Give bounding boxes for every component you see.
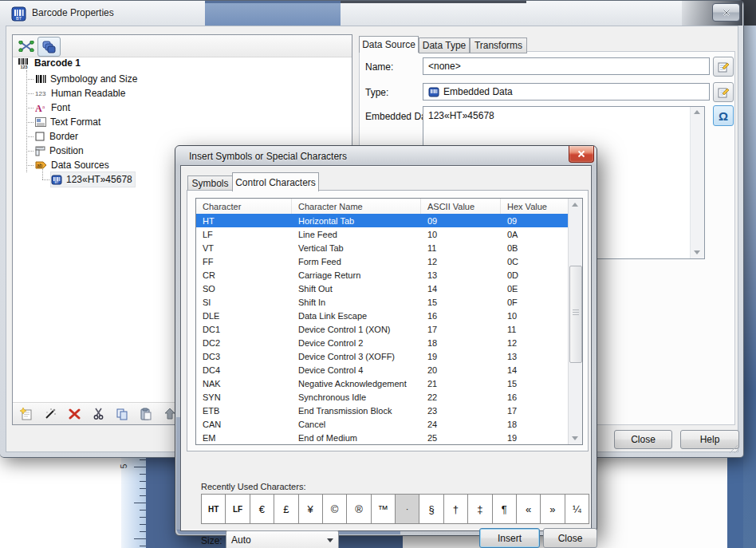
background-app-edge (743, 0, 756, 548)
name-properties-button[interactable] (713, 57, 734, 77)
human-readable-icon: 123 (35, 89, 47, 98)
insert-button[interactable]: Insert (479, 528, 540, 548)
recent-char-button[interactable]: « (516, 494, 541, 524)
scroll-down-icon[interactable] (692, 248, 702, 258)
scroll-up-icon[interactable] (692, 108, 702, 117)
copy-icon[interactable] (113, 406, 131, 422)
tree-item-data-sources[interactable]: ab Data Sources (35, 158, 109, 172)
embedded-data-value: 123«HT»45678 (428, 110, 494, 121)
table-row[interactable]: CANCancel2418 (196, 417, 569, 431)
cut-icon[interactable] (89, 406, 107, 422)
textarea-scrollbar[interactable] (690, 107, 704, 258)
recent-char-button[interactable]: € (250, 494, 274, 524)
recent-char-button[interactable]: HT (201, 494, 226, 524)
table-row[interactable]: DC1Device Control 1 (XON)1711 (196, 322, 569, 336)
dialog-close-button[interactable]: Close (543, 528, 597, 548)
tab-symbols[interactable]: Symbols (187, 175, 233, 191)
recent-char-button[interactable]: ¼ (565, 494, 589, 524)
table-row[interactable]: LFLine Feed100A (196, 227, 569, 241)
tree-item-border[interactable]: Border (35, 129, 78, 144)
linked-objects-icon[interactable] (17, 38, 36, 53)
recent-char-button[interactable]: ‡ (467, 494, 492, 524)
scroll-up-icon[interactable] (569, 199, 581, 211)
embedded-data-icon: BT (51, 175, 62, 185)
table-row[interactable]: SIShift In150F (196, 295, 569, 309)
tree-item-position[interactable]: Position (35, 144, 84, 158)
size-dropdown[interactable]: Auto (226, 530, 339, 548)
tree-item-symbology[interactable]: Symbology and Size (35, 72, 137, 86)
tree-toolbar-top (13, 35, 352, 57)
recent-char-button[interactable]: ™ (371, 494, 396, 524)
type-properties-button[interactable] (713, 82, 734, 102)
tab-data-source[interactable]: Data Source (359, 36, 419, 53)
type-value: Embedded Data (443, 86, 513, 97)
tab-transforms[interactable]: Transforms (470, 37, 527, 53)
control-characters-table: Character Character Name ASCII Value Hex… (195, 198, 583, 445)
recent-char-button[interactable]: § (419, 494, 443, 524)
table-row[interactable]: DC2Device Control 21812 (196, 336, 569, 349)
tree-item-label: Human Readable (51, 88, 125, 99)
close-button[interactable]: Close (614, 430, 672, 449)
scrollbar-thumb[interactable] (569, 266, 582, 363)
document-area-left (0, 456, 121, 548)
table-row[interactable]: FFForm Feed120C (196, 254, 569, 268)
table-row[interactable]: VTVertical Tab110B (196, 241, 569, 254)
scroll-down-icon[interactable] (569, 432, 581, 444)
table-row[interactable]: DC3Device Control 3 (XOFF)1913 (196, 349, 569, 363)
layers-icon[interactable] (37, 37, 61, 57)
column-header-hex-value[interactable]: Hex Value (501, 199, 569, 214)
delete-icon[interactable] (65, 406, 83, 422)
recent-char-button[interactable]: © (322, 494, 347, 524)
wizard-icon[interactable] (41, 406, 59, 422)
tree-item-font[interactable]: Aa Font (35, 101, 70, 115)
workspace-background-right (727, 456, 743, 548)
background-dark-corner (743, 0, 756, 26)
column-header-character-name[interactable]: Character Name (292, 199, 421, 214)
column-header-character[interactable]: Character (196, 199, 292, 214)
table-row[interactable]: ETBEnd Transmission Block2317 (196, 404, 569, 417)
table-row[interactable]: DLEData Link Escape1610 (196, 309, 569, 322)
insert-symbol-omega-button[interactable]: Ω (713, 105, 734, 126)
recent-char-button[interactable]: £ (274, 494, 298, 524)
tree-item-label: Position (49, 145, 84, 156)
recent-char-button[interactable]: · (395, 494, 419, 524)
embedded-data-type-icon (428, 87, 439, 97)
paste-icon[interactable] (137, 406, 155, 422)
type-field[interactable]: Embedded Data (423, 83, 710, 101)
recent-char-button[interactable]: LF (225, 494, 250, 524)
recent-char-button[interactable]: ¶ (492, 494, 517, 524)
tree-item-embedded-data[interactable]: BT 123«HT»45678 (51, 172, 135, 187)
help-button[interactable]: Help (680, 430, 739, 449)
table-row[interactable]: EMEnd of Medium2519 (196, 431, 569, 444)
tree-item-human-readable[interactable]: 123 Human Readable (35, 86, 125, 101)
recent-char-button[interactable]: ® (346, 494, 371, 524)
tab-control-characters[interactable]: Control Characters (232, 172, 319, 191)
tree-item-barcode1[interactable]: 123 Barcode 1 (18, 56, 81, 70)
new-data-source-icon[interactable] (18, 406, 35, 422)
table-row[interactable]: NAKNegative Acknowledgement2115 (196, 377, 569, 390)
tree-item-label: Data Sources (51, 160, 109, 171)
recent-char-button[interactable]: ¥ (298, 494, 323, 524)
type-label: Type: (365, 87, 388, 98)
close-icon[interactable] (569, 146, 594, 163)
recent-char-button[interactable]: † (443, 494, 468, 524)
table-row[interactable]: CRCarriage Return130D (196, 268, 569, 282)
table-row[interactable]: SYNSynchronous Idle2216 (196, 390, 569, 404)
svg-text:123: 123 (20, 65, 27, 69)
table-row[interactable]: SOShift Out140E (196, 282, 569, 295)
tab-data-type[interactable]: Data Type (419, 37, 470, 53)
table-row[interactable]: HTHorizontal Tab0909 (196, 214, 569, 227)
tree-item-text-format[interactable]: Text Format (35, 115, 100, 129)
column-header-ascii-value[interactable]: ASCII Value (421, 199, 501, 214)
name-field[interactable]: <none> (423, 57, 710, 75)
ruler-label: 5 (120, 464, 128, 469)
symbology-icon (35, 74, 46, 84)
insert-symbols-dialog: Insert Symbols or Special Characters Sym… (175, 145, 597, 536)
table-scrollbar[interactable] (568, 199, 582, 444)
table-row[interactable]: DC4Device Control 42014 (196, 363, 569, 377)
svg-text:ab: ab (37, 163, 43, 168)
close-icon[interactable] (712, 3, 740, 22)
recent-characters-grid: HT LF € £ ¥ © ® ™ · § † ‡ ¶ « » ¼ (201, 494, 589, 524)
svg-text:a: a (42, 104, 45, 110)
recent-char-button[interactable]: » (540, 494, 565, 524)
